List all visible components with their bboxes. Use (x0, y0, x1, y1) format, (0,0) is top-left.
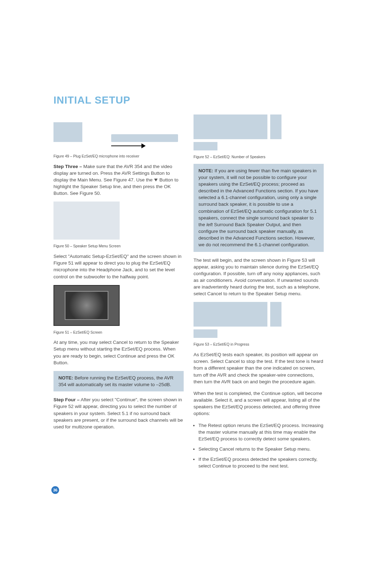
select-auto-paragraph: Select "Automatic Setup-EzSet/EQ" and th… (53, 253, 184, 280)
figure-52-box-large (194, 114, 267, 139)
figure-52-caption: Figure 52 – EzSet/EQ: Number of Speakers (194, 155, 324, 160)
note-1-body: Before running the EzSet/EQ process, the… (58, 375, 173, 387)
down-triangle-icon (154, 179, 158, 181)
figure-53-box-side (270, 302, 281, 327)
step-four-label: Step Four – (53, 397, 80, 402)
figure-51-inner (65, 291, 108, 320)
test-begin-paragraph: The test will begin, and the screen show… (194, 257, 324, 297)
figure-49-receiver-diagram (87, 114, 177, 142)
arrow-icon (111, 144, 145, 148)
figure-53-box-large (194, 302, 267, 327)
when-complete-paragraph: When the test is completed, the Continue… (194, 390, 324, 417)
two-column-layout: Figure 49 – Plug EzSet/EQ microphone int… (53, 114, 327, 473)
left-column: Figure 49 – Plug EzSet/EQ microphone int… (53, 114, 184, 473)
right-column: Figure 52 – EzSet/EQ: Number of Speakers… (194, 114, 324, 473)
figure-52-box-side (270, 114, 281, 139)
document-page: INITIAL SETUP Figure 49 – Plug EzSet/EQ … (53, 94, 327, 473)
note-2-label: NOTE: (198, 168, 213, 173)
figure-50-caption: Figure 50 – Speaker Setup Menu Screen (53, 244, 184, 249)
figure-53 (194, 302, 324, 338)
figure-49-left-box (53, 122, 82, 142)
as-ezset-paragraph: As EzSet/EQ tests each speaker, its posi… (194, 351, 324, 385)
receiver-unit-shape (111, 134, 178, 142)
figure-53-caption: Figure 53 – EzSet/EQ in Progress (194, 342, 324, 347)
figure-51-caption: Figure 51 – EzSet/EQ Screen (53, 330, 184, 335)
anytime-paragraph: At any time, you may select Cancel to re… (53, 339, 184, 366)
step-three-label: Step Three – (53, 164, 82, 169)
note-box-1: NOTE: Before running the EzSet/EQ proces… (53, 371, 184, 391)
step-three-paragraph: Step Three – Make sure that the AVR 354 … (53, 163, 184, 197)
figure-50 (53, 202, 120, 240)
figure-53-box-small (194, 329, 217, 338)
note-2-italic: left (207, 222, 213, 227)
bullet-continue: If the EzSet/EQ process detected the spe… (198, 456, 324, 469)
note-1-label: NOTE: (58, 375, 73, 380)
page-number-badge: 36 (51, 486, 59, 494)
figure-52 (194, 114, 324, 150)
figure-52-box-small (194, 142, 217, 150)
options-bullet-list: The Retest option reruns the EzSet/EQ pr… (194, 422, 324, 473)
bullet-cancel: Selecting Cancel returns to the Speaker … (198, 446, 324, 452)
step-four-paragraph: Step Four – After you select "Continue",… (53, 396, 184, 430)
note-2-body-1: If you are using fewer than five main sp… (198, 168, 318, 227)
figure-51-wrap (53, 285, 120, 326)
figure-49-caption: Figure 49 – Plug EzSet/EQ microphone int… (53, 154, 184, 159)
note-2-body-2: Surround Back Speaker Output, and then c… (198, 222, 315, 247)
page-title: INITIAL SETUP (53, 94, 327, 106)
figure-49 (53, 114, 184, 142)
note-box-2: NOTE: If you are using fewer than five m… (194, 164, 324, 252)
bullet-retest: The Retest option reruns the EzSet/EQ pr… (198, 422, 324, 442)
figure-51 (53, 285, 120, 326)
